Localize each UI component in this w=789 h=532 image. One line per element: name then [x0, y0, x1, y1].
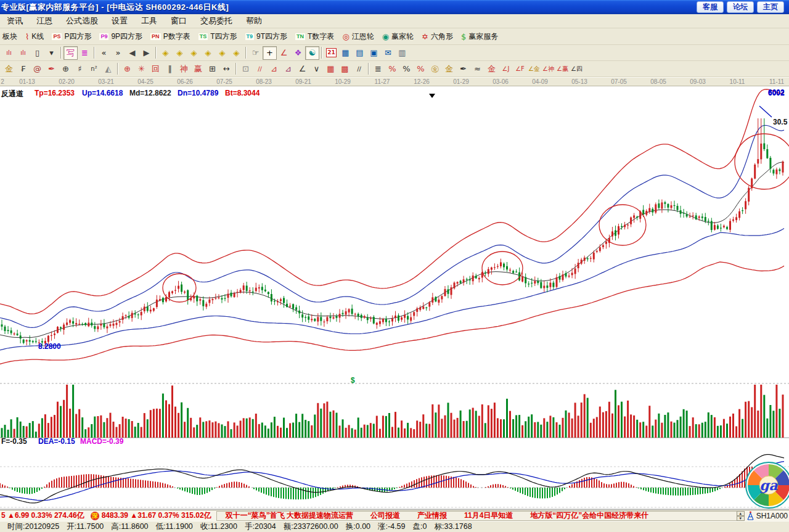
- calendar-icon[interactable]: 21: [324, 46, 338, 60]
- color-bars-icon[interactable]: ≣: [78, 46, 92, 60]
- grid-arrow-icon[interactable]: ▩: [338, 62, 352, 76]
- gold-angle-icon[interactable]: ∠金: [527, 62, 541, 76]
- fan-box-icon[interactable]: ⊿: [267, 62, 281, 76]
- wave-icon[interactable]: ≈: [470, 62, 484, 76]
- menu-item-4[interactable]: 工具: [134, 15, 164, 27]
- percent-line-icon[interactable]: %: [414, 62, 428, 76]
- flashlight-icon[interactable]: ✒: [44, 62, 59, 76]
- gann-circle-icon[interactable]: ⊕: [59, 62, 73, 76]
- menu-item-3[interactable]: 设置: [105, 15, 134, 27]
- circle-target-icon[interactable]: ⊕: [120, 62, 134, 76]
- forum-button[interactable]: 论坛: [727, 1, 754, 13]
- fan-lines-icon[interactable]: ∕∕: [253, 62, 267, 76]
- p9-square-button[interactable]: P99P四方形: [99, 31, 142, 42]
- spinner-down-icon[interactable]: ▼: [737, 516, 745, 521]
- pause-lines-icon[interactable]: ∥: [163, 62, 177, 76]
- gann-wheel-button[interactable]: ◎江恩轮: [342, 31, 374, 42]
- si-angle-icon[interactable]: ∠四: [570, 62, 584, 76]
- news-link[interactable]: 公司报道: [370, 511, 400, 521]
- hand-tool-icon[interactable]: ☞: [248, 46, 263, 60]
- first-bar-icon[interactable]: «: [97, 46, 111, 60]
- t-number-button[interactable]: TNT数字表: [295, 31, 334, 42]
- frame-tool-icon[interactable]: ⊡: [239, 62, 253, 76]
- winner-wheel-button[interactable]: ◉赢家轮: [382, 31, 414, 42]
- candle-style-icon[interactable]: ▯: [30, 46, 44, 60]
- angle-lines-icon[interactable]: ∠: [295, 62, 309, 76]
- mail-icon[interactable]: ✉: [381, 46, 395, 60]
- gold-circle-icon[interactable]: ㊎: [428, 62, 442, 76]
- diamond-shrink-icon[interactable]: ◈: [201, 46, 215, 60]
- ruler-grid-icon[interactable]: ⊞: [205, 62, 219, 76]
- notepad-icon[interactable]: ▤: [353, 46, 367, 60]
- calculator-icon[interactable]: ▦: [338, 46, 353, 60]
- f-ruler-icon[interactable]: ₣: [16, 62, 30, 76]
- fan-square-icon[interactable]: ⊿: [281, 62, 295, 76]
- brain-icon[interactable]: ☯: [305, 46, 319, 60]
- kline-button[interactable]: ⌇K线: [25, 31, 44, 42]
- comb-ruler-icon[interactable]: ♯: [73, 62, 87, 76]
- home-button[interactable]: 主页: [757, 1, 784, 13]
- t-square-button[interactable]: TST四方形: [198, 31, 237, 42]
- menu-item-6[interactable]: 交易委托: [194, 15, 239, 27]
- hexagon-button[interactable]: ✡六角形: [422, 31, 453, 42]
- percent-icon[interactable]: %: [399, 62, 414, 76]
- spiral-icon[interactable]: @: [30, 62, 44, 76]
- sector-button[interactable]: 板块: [2, 31, 17, 42]
- menu-item-5[interactable]: 窗口: [164, 15, 194, 27]
- candle-dropdown-icon[interactable]: ▾: [44, 46, 59, 60]
- n2-ruler-icon[interactable]: n²: [87, 62, 101, 76]
- width-arrows-icon[interactable]: ↔: [219, 62, 234, 76]
- ticker-spinner[interactable]: ▲ ▼: [737, 511, 745, 521]
- parallel-lines-icon[interactable]: ∕∕: [352, 62, 366, 76]
- menu-item-1[interactable]: 江恩: [30, 15, 59, 27]
- mirror-icon[interactable]: ◭: [101, 62, 115, 76]
- spinner-up-icon[interactable]: ▲: [737, 511, 745, 516]
- winner-service-button[interactable]: $赢家服务: [461, 31, 498, 42]
- scale-list-icon[interactable]: ≣: [371, 62, 385, 76]
- f-angle-icon[interactable]: ∠F: [513, 62, 527, 76]
- save-icon[interactable]: ▣: [367, 46, 381, 60]
- news-link[interactable]: 地方版“四万亿”会给中国经济带来什: [530, 511, 648, 521]
- prev-bar-icon[interactable]: ◀: [125, 46, 139, 60]
- ying-grid-icon[interactable]: 赢: [191, 62, 205, 76]
- gold-band-icon[interactable]: 金: [484, 62, 499, 76]
- j-angle-icon[interactable]: ∠J: [499, 62, 513, 76]
- chart3-icon[interactable]: ılı: [2, 46, 16, 60]
- next-bar-icon[interactable]: ▶: [139, 46, 153, 60]
- diamond-right-icon[interactable]: ◈: [173, 46, 187, 60]
- t9-square-button[interactable]: T99T四方形: [245, 31, 288, 42]
- chart9-icon[interactable]: ılı: [16, 46, 30, 60]
- grid-tool-icon[interactable]: ▦: [324, 62, 338, 76]
- news-link[interactable]: 产业情报: [417, 511, 447, 521]
- crosshair-tool-icon[interactable]: +: [263, 46, 277, 60]
- shen-grid-icon[interactable]: 神: [177, 62, 191, 76]
- last-bar-icon[interactable]: »: [111, 46, 125, 60]
- news-link[interactable]: 双十一“菜鸟”首飞 大数据提速物流运营: [226, 511, 353, 521]
- square-spiral-icon[interactable]: 回: [149, 62, 163, 76]
- percent-ruler-icon[interactable]: %: [385, 62, 399, 76]
- diamond-expand-icon[interactable]: ◈: [187, 46, 201, 60]
- service-button[interactable]: 客服: [697, 1, 724, 13]
- brush-icon[interactable]: ✒: [456, 62, 470, 76]
- diamond-vshrink-icon[interactable]: ◈: [229, 46, 243, 60]
- p-number-button[interactable]: PNP数字表: [150, 31, 190, 42]
- kline-chart-canvas[interactable]: 600230.58.2800$ga: [0, 86, 789, 510]
- menu-item-7[interactable]: 帮助: [239, 15, 269, 27]
- menu-item-0[interactable]: 资讯: [0, 15, 30, 27]
- zigzag-icon[interactable]: ∨: [309, 62, 324, 76]
- ying-angle-icon[interactable]: ∠赢: [555, 62, 570, 76]
- gann-figure-icon[interactable]: ❖: [291, 46, 305, 60]
- p-square-button[interactable]: PSP四方形: [52, 31, 91, 42]
- workstation-icon[interactable]: ▥: [395, 46, 409, 60]
- angle-measure-icon[interactable]: ∠: [277, 46, 291, 60]
- stock-pick-icon[interactable]: 写: [63, 46, 78, 60]
- news-link[interactable]: 11月4日早知道: [464, 511, 513, 521]
- diamond-left-icon[interactable]: ◈: [158, 46, 173, 60]
- index-code-label[interactable]: SH1A000: [756, 512, 788, 520]
- gold-line-icon[interactable]: 金: [442, 62, 456, 76]
- diamond-vexpand-icon[interactable]: ◈: [215, 46, 229, 60]
- star-burst-icon[interactable]: ✳: [134, 62, 149, 76]
- shen-angle-icon[interactable]: ∠神: [541, 62, 555, 76]
- menu-item-2[interactable]: 公式选股: [59, 15, 105, 27]
- gold-ruler-icon[interactable]: 金: [2, 62, 16, 76]
